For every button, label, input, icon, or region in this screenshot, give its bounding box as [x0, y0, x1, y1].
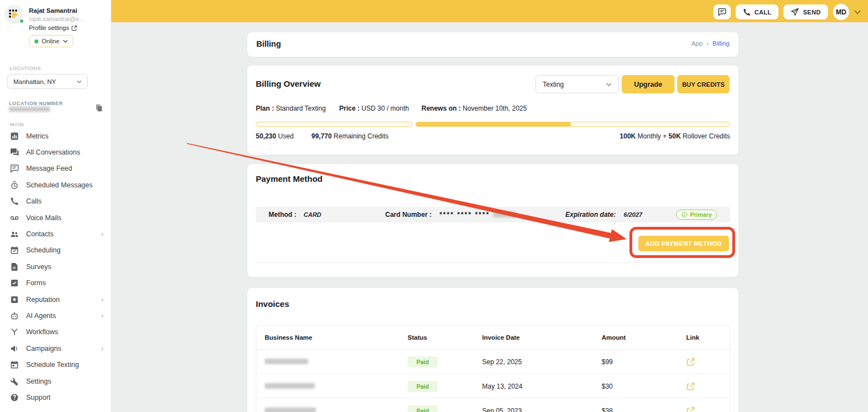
table-row: Paid Sep 22, 2025 $99: [256, 350, 730, 374]
location-select-value: Manhattan, NY: [13, 78, 56, 85]
used-label: Used: [278, 132, 294, 140]
invoices-table-header: Business Name Status Invoice Date Amount…: [256, 326, 730, 350]
chevron-right-icon: ›: [101, 312, 103, 320]
invoice-amount: $38: [602, 407, 686, 412]
phone-icon: [743, 8, 751, 16]
sidebar-item-surveys[interactable]: Surveys: [0, 259, 111, 275]
sidebar-item-label: AI Agents: [26, 312, 101, 320]
sidebar-item-message-feed[interactable]: Message Feed: [0, 161, 111, 177]
col-link: Link: [686, 334, 730, 341]
conversations-icon: [10, 148, 19, 157]
sidebar-item-ai-agents[interactable]: AI Agents ›: [0, 307, 111, 324]
chevron-down-icon[interactable]: [854, 10, 861, 14]
sidebar-item-reputation[interactable]: Reputation ›: [0, 291, 111, 307]
copy-icon[interactable]: [95, 104, 103, 112]
breadcrumb-app-link[interactable]: App: [691, 40, 702, 47]
sidebar-item-label: Surveys: [26, 263, 103, 271]
billing-overview-title: Billing Overview: [256, 79, 321, 88]
sidebar-item-metrics[interactable]: Metrics: [0, 128, 111, 144]
method-value: CARD: [304, 211, 321, 218]
invoice-amount: $30: [602, 383, 686, 390]
invoice-link-icon[interactable]: [686, 406, 695, 412]
remaining-credits-bar: [415, 122, 730, 127]
scheduled-messages-icon: [10, 181, 19, 190]
sidebar-item-calls[interactable]: Calls: [0, 193, 111, 210]
location-select[interactable]: Manhattan, NY: [7, 74, 88, 89]
surveys-icon: [10, 262, 19, 271]
sidebar-item-scheduled-messages[interactable]: Scheduled Messages: [0, 177, 111, 193]
scheduling-icon: [10, 246, 19, 255]
message-feed-button[interactable]: [713, 4, 731, 19]
sidebar-item-label: All Conversations: [26, 148, 103, 156]
sidebar-item-label: Campaigns: [26, 345, 101, 353]
redacted-business-name: [265, 383, 315, 389]
chevron-right-icon: ›: [101, 345, 103, 353]
add-payment-method-button[interactable]: ADD PAYMENT METHOD: [638, 236, 729, 251]
product-select[interactable]: Texting: [535, 75, 619, 93]
workspace-logo-icon: [8, 9, 19, 20]
workspace-avatar[interactable]: [4, 5, 23, 24]
plan-value: Standard Texting: [276, 105, 326, 112]
profile-settings-link[interactable]: Profile settings: [29, 24, 77, 31]
sidebar-item-settings[interactable]: Settings: [0, 373, 111, 389]
invoice-link-icon[interactable]: [686, 358, 695, 366]
sidebar-item-all-conversations[interactable]: All Conversations: [0, 144, 111, 160]
divider: [256, 262, 730, 263]
forms-icon: [10, 279, 19, 287]
send-button[interactable]: SEND: [783, 4, 828, 19]
sidebar-item-workflows[interactable]: Workflows: [0, 324, 111, 340]
renews-label: Renews on :: [421, 105, 461, 112]
sidebar-item-label: Workflows: [26, 328, 103, 336]
send-button-label: SEND: [803, 9, 821, 16]
chevron-right-icon: ›: [101, 296, 103, 304]
invoice-date: Sep 05, 2023: [482, 407, 602, 412]
sidebar-item-label: Schedule Texting: [26, 361, 103, 369]
card-number-label: Card Number :: [385, 211, 431, 219]
sidebar-item-label: Contacts: [26, 230, 101, 238]
sidebar-item-forms[interactable]: Forms: [0, 275, 111, 291]
breadcrumb-billing-link[interactable]: Billing: [712, 40, 730, 47]
sidebar-item-contacts[interactable]: Contacts ›: [0, 226, 111, 242]
table-row: Paid May 13, 2024 $30: [256, 374, 730, 399]
contacts-icon: [10, 230, 19, 239]
chevron-down-icon: [77, 80, 82, 83]
used-value: 50,230: [256, 132, 276, 140]
breadcrumb: App › Billing: [691, 40, 730, 47]
invoice-link-icon[interactable]: [686, 382, 695, 391]
total-credits-text: 100K Monthly + 50K Rollover Credits: [620, 132, 730, 140]
status-badge: Paid: [408, 356, 438, 368]
invoice-amount: $99: [602, 358, 686, 366]
plan-label: Plan :: [256, 105, 274, 112]
buy-credits-button[interactable]: BUY CREDITS: [677, 75, 730, 93]
online-status-dot: [19, 19, 24, 23]
card-number-masked: **** **** ****: [439, 211, 490, 219]
method-label: Method :: [269, 211, 296, 219]
sidebar-item-support[interactable]: Support: [0, 389, 111, 405]
redacted-location-number: [9, 107, 50, 112]
workflows-icon: [10, 327, 19, 336]
sidebar-item-scheduling[interactable]: Scheduling: [0, 242, 111, 259]
avatar-initials: MD: [836, 8, 846, 16]
sidebar-item-campaigns[interactable]: Campaigns ›: [0, 340, 111, 356]
check-circle-icon: [681, 211, 688, 218]
payment-method-title: Payment Method: [256, 174, 323, 183]
profile-name: Rajat Samantrai: [29, 7, 77, 14]
user-avatar[interactable]: MD: [833, 4, 849, 20]
main-menu: Metrics All Conversations Message Feed S…: [0, 128, 111, 406]
upgrade-button[interactable]: Upgrade: [622, 75, 674, 93]
chevron-right-icon: ›: [101, 230, 103, 238]
locations-label: LOCATIONS: [9, 66, 41, 71]
sidebar-item-label: Metrics: [26, 132, 103, 140]
sidebar-item-label: Scheduling: [26, 246, 103, 254]
product-select-value: Texting: [543, 81, 564, 88]
availability-status-dropdown[interactable]: Online: [29, 35, 73, 47]
breadcrumb-separator: ›: [707, 40, 709, 47]
sidebar-item-voice-mails[interactable]: Voice Mails: [0, 210, 111, 226]
page-title: Billing: [256, 39, 281, 48]
ai-agents-icon: [10, 311, 19, 320]
call-button[interactable]: CALL: [736, 4, 779, 19]
settings-icon: [10, 377, 19, 386]
chat-bubble-icon: [718, 8, 726, 16]
calls-icon: [10, 197, 19, 206]
sidebar-item-schedule-texting[interactable]: Schedule Texting: [0, 356, 111, 373]
